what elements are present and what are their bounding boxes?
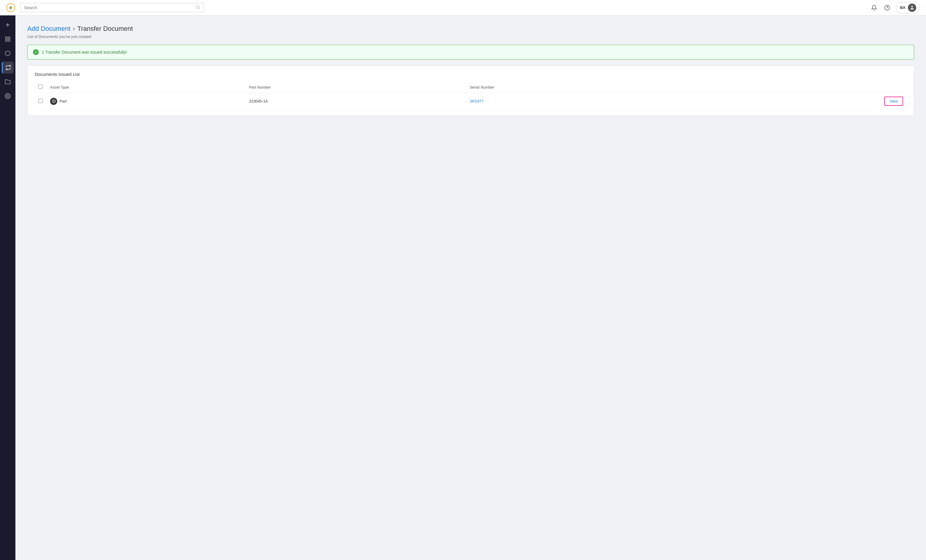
layout: Add Document › Transfer Document List of… [0, 15, 926, 560]
search-icon [196, 5, 200, 10]
user-menu[interactable]: BA [896, 2, 920, 14]
row-checkbox[interactable] [38, 99, 43, 103]
breadcrumb-current: Transfer Document [77, 25, 133, 33]
serial-number-link[interactable]: SP2377 [470, 99, 483, 103]
sidebar-item-settings[interactable] [2, 90, 14, 102]
svg-point-6 [911, 6, 913, 8]
documents-card: Documents Issued List Asset Type Part Nu… [27, 65, 914, 116]
success-icon: ✓ [33, 49, 39, 55]
col-asset-type-header: Asset Type [47, 82, 245, 93]
sidebar-item-flights[interactable] [2, 47, 14, 59]
breadcrumb: Add Document › Transfer Document [27, 25, 914, 33]
svg-point-14 [53, 101, 54, 102]
documents-list-title: Documents Issued List [35, 72, 907, 77]
user-initials: BA [900, 5, 906, 10]
sidebar-item-transfers[interactable] [2, 62, 14, 74]
svg-rect-12 [8, 40, 10, 41]
topnav-right: BA [870, 2, 920, 14]
breadcrumb-separator: › [73, 25, 75, 33]
col-checkbox-header [35, 82, 47, 93]
row-checkbox-cell[interactable] [35, 93, 47, 110]
col-action-header [708, 82, 907, 93]
part-icon [50, 98, 57, 105]
asset-type-label: Part [60, 99, 67, 103]
svg-point-1 [10, 7, 12, 9]
svg-rect-10 [8, 37, 10, 39]
view-button[interactable]: View [884, 97, 903, 106]
col-part-number-header: Part Number [245, 82, 466, 93]
main-content: Add Document › Transfer Document List of… [15, 15, 926, 560]
success-alert: ✓ 1 Transfer Document was issued success… [27, 45, 914, 60]
svg-rect-11 [6, 40, 8, 41]
alert-message: 1 Transfer Document was issued successfu… [42, 50, 127, 54]
avatar [908, 3, 916, 12]
sidebar [0, 15, 15, 560]
select-all-checkbox[interactable] [38, 85, 43, 89]
row-serial-number: SP2377 [466, 93, 708, 110]
page-subtitle: List of Documents you've just created [27, 35, 914, 39]
breadcrumb-link[interactable]: Add Document [27, 25, 71, 33]
sidebar-item-documents[interactable] [2, 76, 14, 88]
notifications-button[interactable] [870, 3, 878, 12]
row-part-number: 223045-1A [245, 93, 466, 110]
sidebar-item-dashboard[interactable] [2, 33, 14, 45]
svg-line-3 [199, 8, 200, 9]
top-navigation: BA [0, 0, 926, 15]
svg-point-13 [7, 95, 9, 97]
search-bar[interactable] [20, 3, 204, 12]
col-serial-number-header: Serial Number [466, 82, 708, 93]
row-action: View [708, 93, 907, 110]
app-logo [6, 3, 15, 12]
svg-point-2 [197, 6, 199, 8]
sidebar-item-add[interactable] [2, 19, 14, 31]
row-asset-type: Part [47, 93, 245, 110]
search-input[interactable] [24, 5, 196, 10]
svg-rect-9 [6, 37, 8, 39]
table-row: Part 223045-1A SP2377 View [35, 93, 907, 110]
help-button[interactable] [883, 3, 891, 12]
documents-table: Asset Type Part Number Serial Number [35, 82, 907, 110]
